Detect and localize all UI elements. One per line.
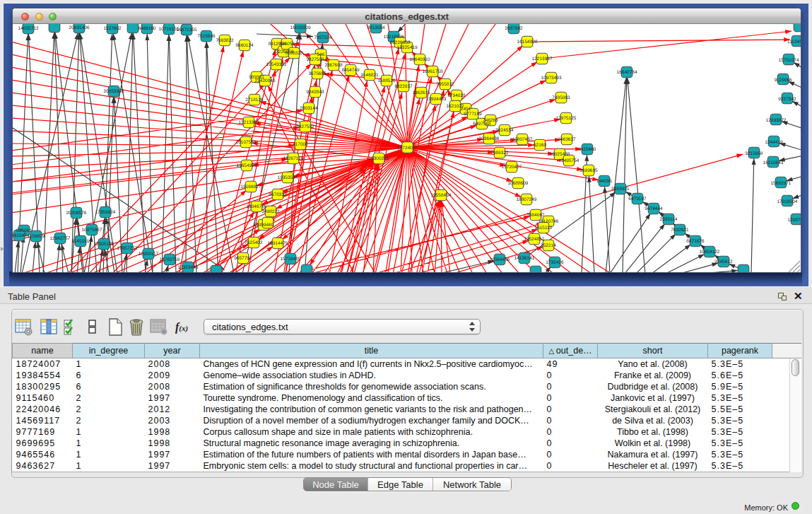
svg-text:21564456: 21564456 (489, 257, 510, 262)
svg-text:3498222: 3498222 (261, 209, 280, 214)
svg-text:10807487: 10807487 (512, 137, 533, 142)
svg-text:2935114: 2935114 (660, 217, 678, 222)
svg-text:11124556: 11124556 (787, 40, 801, 45)
svg-text:9777169: 9777169 (464, 112, 482, 117)
svg-text:13495754: 13495754 (559, 158, 579, 163)
svg-text:1244419: 1244419 (765, 140, 783, 145)
svg-text:9129966: 9129966 (774, 78, 792, 83)
svg-text:16120746: 16120746 (538, 219, 558, 224)
svg-text:9463627: 9463627 (558, 137, 576, 142)
svg-text:19166827: 19166827 (241, 185, 261, 189)
svg-text:10543392: 10543392 (266, 62, 287, 67)
svg-text:15751074: 15751074 (779, 58, 799, 63)
svg-text:346058: 346058 (279, 42, 295, 47)
svg-text:7663822: 7663822 (216, 38, 234, 43)
svg-text:10688609: 10688609 (508, 181, 529, 186)
svg-text:12942757: 12942757 (49, 236, 70, 241)
svg-text:1588520: 1588520 (377, 78, 396, 83)
svg-text:9327508: 9327508 (306, 57, 324, 62)
svg-text:12975125: 12975125 (556, 116, 577, 121)
svg-text:252214: 252214 (541, 243, 556, 248)
svg-text:9474444: 9474444 (645, 206, 663, 211)
svg-text:835061: 835061 (16, 228, 32, 233)
svg-text:7986322: 7986322 (490, 151, 509, 156)
svg-text:17957253: 17957253 (117, 246, 137, 251)
svg-text:10961758: 10961758 (423, 69, 443, 74)
svg-text:1527602: 1527602 (103, 26, 122, 31)
svg-text:15720407: 15720407 (502, 165, 522, 170)
svg-text:13524851: 13524851 (524, 237, 544, 242)
svg-text:546: 546 (317, 52, 325, 57)
svg-text:8186328: 8186328 (285, 51, 303, 56)
svg-text:2367608: 2367608 (324, 63, 343, 68)
svg-text:2687682: 2687682 (505, 26, 523, 31)
svg-text:1621022: 1621022 (446, 104, 464, 109)
svg-text:8454749: 8454749 (341, 68, 360, 73)
svg-text:1615112: 1615112 (535, 226, 553, 230)
svg-text:391547: 391547 (13, 233, 27, 238)
svg-text:3215958: 3215958 (745, 151, 763, 156)
svg-text:8813054: 8813054 (367, 25, 385, 30)
svg-text:7632621: 7632621 (671, 228, 689, 233)
svg-text:16033809: 16033809 (290, 25, 311, 30)
svg-text:12213967: 12213967 (532, 57, 553, 62)
svg-text:1208753: 1208753 (787, 218, 801, 223)
svg-text:9699695: 9699695 (579, 168, 598, 173)
svg-text:7485063: 7485063 (552, 95, 570, 100)
svg-text:15716485: 15716485 (280, 257, 300, 262)
svg-text:23420046: 23420046 (255, 78, 276, 83)
svg-text:9657791: 9657791 (234, 256, 252, 261)
svg-text:14055712: 14055712 (18, 26, 39, 31)
svg-text:2718126: 2718126 (245, 98, 264, 103)
svg-text:16154808: 16154808 (517, 40, 538, 45)
svg-text:8660124: 8660124 (235, 43, 254, 48)
svg-text:9227342: 9227342 (778, 97, 796, 102)
svg-text:16210643: 16210643 (763, 160, 784, 165)
svg-text:3675685: 3675685 (308, 71, 326, 76)
svg-text:19218506: 19218506 (384, 35, 404, 40)
svg-text:8471676: 8471676 (686, 239, 705, 244)
svg-text:3684067: 3684067 (526, 213, 545, 218)
svg-text:8958921: 8958921 (611, 187, 630, 192)
svg-text:16914479: 16914479 (267, 241, 288, 246)
svg-text:9245612: 9245612 (714, 259, 733, 264)
svg-text:7955812: 7955812 (436, 82, 454, 87)
svg-text:6794028: 6794028 (447, 93, 466, 98)
svg-text:9242848: 9242848 (306, 90, 324, 95)
svg-text:18807249: 18807249 (517, 197, 537, 202)
svg-text:62160: 62160 (534, 143, 546, 148)
svg-text:7357224: 7357224 (314, 35, 332, 40)
svg-text:10958117: 10958117 (139, 252, 159, 257)
svg-text:746266: 746266 (483, 118, 498, 123)
svg-text:15300215: 15300215 (369, 156, 389, 161)
svg-text:144095: 144095 (596, 179, 612, 184)
svg-text:7515546: 7515546 (197, 34, 216, 39)
svg-text:16046786: 16046786 (247, 204, 267, 209)
svg-text:16782759: 16782759 (159, 257, 180, 262)
svg-text:16671355: 16671355 (177, 28, 197, 33)
svg-text:10973493: 10973493 (541, 76, 562, 81)
svg-text:12093872: 12093872 (766, 118, 787, 123)
svg-text:12213369: 12213369 (239, 120, 259, 125)
svg-text:20053346: 20053346 (104, 89, 124, 94)
svg-text:17016504: 17016504 (777, 199, 798, 204)
svg-text:9115460: 9115460 (579, 147, 596, 152)
svg-text:16099469: 16099469 (253, 223, 273, 228)
svg-text:10654122: 10654122 (699, 250, 719, 255)
svg-text:20364436: 20364436 (479, 136, 500, 141)
svg-text:16648784: 16648784 (617, 70, 637, 75)
svg-text:1156829: 1156829 (28, 234, 45, 239)
svg-text:1362615: 1362615 (412, 90, 430, 95)
svg-text:19353594: 19353594 (278, 175, 298, 180)
svg-text:18724007: 18724007 (397, 146, 418, 151)
svg-text:23226058: 23226058 (390, 40, 411, 45)
svg-text:10107553: 10107553 (236, 140, 257, 145)
svg-text:20691406: 20691406 (69, 25, 90, 30)
svg-text:19654923: 19654923 (237, 163, 257, 168)
svg-text:8678332: 8678332 (269, 192, 287, 197)
svg-text:1145191: 1145191 (72, 239, 90, 244)
svg-text:20206576: 20206576 (66, 211, 86, 216)
svg-text:13325419: 13325419 (397, 45, 418, 50)
svg-text:6479197: 6479197 (628, 197, 647, 201)
svg-text:15692971: 15692971 (771, 181, 792, 186)
